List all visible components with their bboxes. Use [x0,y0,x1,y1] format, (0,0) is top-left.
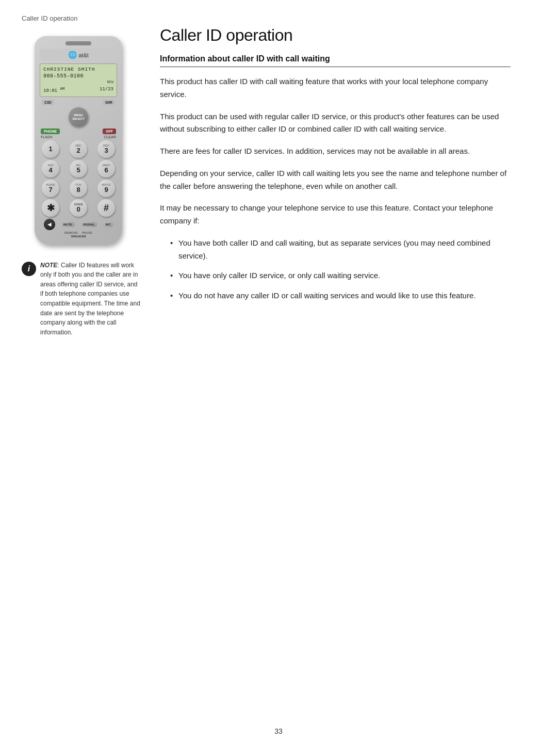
screen-name: CHRISTINE SMITH [43,66,113,73]
cid-label[interactable]: CID [42,100,54,105]
phone-illustration: 🌐 at&t CHRISTINE SMITH 908-555-0100 NEW … [35,36,127,245]
page-number: 33 [274,727,283,735]
menu-select-button[interactable]: MENU SELECT [69,107,88,127]
phone-screen: CHRISTINE SMITH 908-555-0100 NEW 10:01 A… [40,63,117,97]
screen-number: 908-555-0100 [43,73,113,80]
pause-label: PAUSE [82,231,92,234]
key-8[interactable]: TUV 8 [70,180,87,197]
flash-clear-row: FLASH CLEAR [40,135,117,139]
screen-date: 11/23 [100,86,113,94]
paragraph-5: It may be necessary to change your telep… [160,202,511,228]
paragraph-1: This product has caller ID with call wai… [160,75,511,101]
keypad: 1 ABC 2 DEF 3 GHI 4 [40,140,117,217]
paragraph-4: Depending on your service, caller ID wit… [160,167,511,193]
key-hash[interactable]: # [97,199,115,217]
bullet-item-1: You have both caller ID and call waiting… [170,237,511,263]
key-4[interactable]: GHI 4 [42,160,59,178]
key-3[interactable]: DEF 3 [97,140,115,158]
key-5[interactable]: JKL 5 [70,160,87,178]
key-0[interactable]: OPER 0 [70,199,87,217]
key-row-1: 1 ABC 2 DEF 3 [42,140,115,158]
key-row-2: GHI 4 JKL 5 MNO 6 [42,160,115,178]
paragraph-3: There are fees for caller ID services. I… [160,145,511,158]
select-label: SELECT [72,117,85,121]
left-column: 🌐 at&t CHRISTINE SMITH 908-555-0100 NEW … [22,36,140,337]
screen-time: 10:01 AM [43,86,64,94]
key-9[interactable]: WXYZ 9 [97,180,115,197]
remove-pause-row: REMOVE PAUSE [40,231,117,234]
phone-body: 🌐 at&t CHRISTINE SMITH 908-555-0100 NEW … [35,36,122,245]
screen-new-badge: NEW [43,80,113,85]
paragraph-2: This product can be used with regular ca… [160,110,511,136]
dir-label[interactable]: DIR [103,100,115,105]
speaker-grill-top [65,41,91,45]
bullet-item-3: You do not have any caller ID or call wa… [170,289,511,302]
breadcrumb: Caller ID operation [22,14,77,22]
bullet-list: You have both caller ID and call waiting… [170,237,511,302]
clear-label: CLEAR [104,135,116,139]
bullet-item-2: You have only caller ID service, or only… [170,269,511,282]
main-content: Caller ID operation Information about ca… [160,26,511,310]
phone-button[interactable]: PHONE [41,128,60,134]
int-button[interactable]: INT [103,222,113,227]
remove-label: REMOVE [64,231,78,234]
note-label: NOTE [40,262,57,269]
key-2[interactable]: ABC 2 [70,140,87,158]
note-text: NOTE: Caller ID features will work only … [40,261,140,337]
key-row-3: PQRS 7 TUV 8 WXYZ 9 [42,180,115,197]
cid-dir-row: CID DIR [40,100,117,105]
mute-button[interactable]: MUTE [61,222,75,227]
att-logo: 🌐 at&t [40,49,117,61]
section-heading: Information about caller ID with call wa… [160,54,511,67]
key-1[interactable]: 1 [42,140,59,158]
info-icon: i [22,262,36,276]
speaker-icon[interactable]: ◀ [44,219,55,230]
key-star[interactable]: ✱ [42,199,59,217]
redial-button[interactable]: REDIAL [80,222,97,227]
note-box: i NOTE: Caller ID features will work onl… [22,261,140,337]
key-6[interactable]: MNO 6 [97,160,115,178]
page-title: Caller ID operation [160,26,511,45]
key-7[interactable]: PQRS 7 [42,180,59,197]
off-button[interactable]: OFF [103,128,116,134]
bottom-buttons: ◀ MUTE REDIAL INT [40,219,117,230]
speaker-label: SPEAKER [40,235,117,238]
phone-off-row: PHONE OFF [40,128,117,134]
menu-label: MENU [74,114,83,117]
key-row-4: ✱ OPER 0 # [42,199,115,217]
flash-label: FLASH [41,135,53,139]
